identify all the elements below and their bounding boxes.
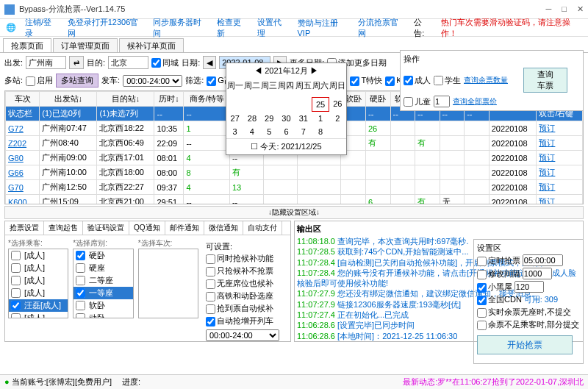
student-check[interactable]: 学生 bbox=[434, 75, 461, 86]
trains-sel-list[interactable] bbox=[138, 249, 198, 318]
list-item[interactable]: 硬座 bbox=[74, 262, 132, 274]
multi-label: 多站: bbox=[4, 75, 23, 86]
toolbar-link[interactable]: 检查更新 bbox=[217, 17, 248, 39]
list-item[interactable]: 硬卧 bbox=[74, 249, 132, 262]
to-input[interactable] bbox=[108, 56, 148, 69]
remain-check[interactable]: 余票不足乘客时,部分提交 bbox=[477, 318, 580, 331]
list-item[interactable]: 二等座 bbox=[74, 274, 132, 287]
tab-waitlist[interactable]: 候补订单页面 bbox=[119, 38, 184, 52]
opt-check[interactable]: 无座席位也候补 bbox=[206, 277, 284, 290]
notice-label: 公告: bbox=[414, 17, 431, 39]
start-button[interactable]: 开始抢票 bbox=[477, 335, 573, 354]
settings-panel: 抢票设置查询起售验证码设置QQ通知邮件通知微信通知自动支付 *选择乘客: [成人… bbox=[4, 221, 291, 342]
subtab[interactable]: 微信通知 bbox=[204, 221, 243, 235]
subtab[interactable]: 邮件通知 bbox=[165, 221, 204, 235]
table-row[interactable]: K600广州15:09北京西21:0029:51----6有无20220108预… bbox=[6, 195, 583, 205]
adult-check[interactable]: 成人 bbox=[404, 75, 431, 86]
swap-button[interactable]: ⇄ bbox=[69, 56, 84, 69]
maximize-button[interactable]: □ bbox=[562, 4, 567, 14]
opt-check[interactable]: 高铁和动卧选座 bbox=[206, 290, 284, 302]
status-news: 最新动态:罗**在11:06:27抢到了2022-01-07,深圳北 bbox=[403, 376, 584, 388]
minimize-button[interactable]: ─ bbox=[546, 4, 552, 14]
opt-time-select[interactable]: 00:00-24:00 bbox=[206, 329, 279, 341]
col-header[interactable]: 车次 bbox=[6, 92, 40, 107]
subtab[interactable]: 抢票设置 bbox=[5, 221, 44, 235]
close-button[interactable]: ✕ bbox=[577, 4, 584, 14]
from-label: 出发: bbox=[4, 57, 23, 68]
notice-text: 热门车次需要滑动验证码，请注意操作！ bbox=[441, 17, 582, 39]
table-row[interactable]: G70广州南12:50北京西22:2709:3741320220108预订 bbox=[6, 180, 583, 195]
opts-header: 可设置: bbox=[206, 241, 284, 252]
list-item[interactable]: [成人] bbox=[9, 287, 68, 299]
list-item[interactable]: 一等座 bbox=[74, 287, 132, 299]
globe-icon: 🌐 bbox=[6, 23, 16, 32]
query-button[interactable]: 查询 车票 bbox=[523, 68, 567, 93]
same-city-check[interactable]: 同城 bbox=[151, 57, 179, 68]
toolbar-link[interactable]: 分流抢票官网 bbox=[358, 17, 405, 39]
toolbar-link[interactable]: 免登录打开12306官网 bbox=[68, 17, 145, 39]
window-title: Bypass-分流抢票--Ver1.14.75 bbox=[19, 4, 546, 15]
col-header[interactable]: 历时↓ bbox=[154, 92, 184, 107]
link-tickets[interactable]: 查询余票数量 bbox=[464, 75, 508, 85]
opt-check[interactable]: 只抢候补不抢票 bbox=[206, 265, 284, 277]
train-type-check[interactable]: T特快 bbox=[350, 75, 382, 86]
toolbar-link[interactable]: 注销/登录 bbox=[25, 17, 59, 39]
link-prices[interactable]: 查询全部票价 bbox=[453, 96, 497, 107]
depart-time-select[interactable]: 00:00-24:00 bbox=[123, 75, 182, 87]
subtab[interactable]: QQ通知 bbox=[129, 221, 165, 235]
opt-check[interactable]: 自动抢增开列车 bbox=[206, 315, 284, 327]
col-header[interactable]: 目的站↓ bbox=[97, 92, 154, 107]
tab-ticket[interactable]: 抢票页面 bbox=[3, 38, 51, 52]
hide-settings-bar[interactable]: ↓隐藏设置区域↓ bbox=[4, 206, 584, 219]
status-account: 当前账号:[张博宏][免费用户] bbox=[12, 377, 112, 386]
seats-list[interactable]: 硬卧硬座二等座一等座软卧动卧无座商务座特等座 bbox=[73, 249, 133, 318]
from-input[interactable] bbox=[26, 56, 66, 69]
enable-check[interactable]: 启用 bbox=[26, 75, 53, 86]
depart-label: 发车: bbox=[101, 75, 120, 86]
passengers-list[interactable]: [成人][成人][成人][成人]汪磊[成人][成人][成人] bbox=[8, 249, 68, 318]
timed-check[interactable]: 定时抢票 bbox=[477, 254, 580, 267]
child-count[interactable] bbox=[434, 96, 450, 107]
trains-sel-header: *选择车次: bbox=[138, 238, 198, 249]
col-header[interactable]: 硬卧 bbox=[366, 92, 391, 107]
cdn-check[interactable]: 全国CDN 可用: 309 bbox=[477, 293, 580, 306]
sub-tabs: 抢票设置查询起售验证码设置QQ通知邮件通知微信通知自动支付 bbox=[5, 221, 290, 235]
realtime-check[interactable]: 实时余票无座时,不提交 bbox=[477, 306, 580, 318]
blackroom-check[interactable]: 小黑屋 bbox=[477, 280, 580, 293]
filter-label: 筛选: bbox=[185, 75, 204, 86]
list-item[interactable]: 软卧 bbox=[74, 299, 132, 312]
tab-orders[interactable]: 订单管理页面 bbox=[53, 38, 118, 52]
date-label: 日期: bbox=[182, 57, 200, 68]
list-item[interactable]: 动卧 bbox=[74, 312, 132, 318]
to-label: 目的: bbox=[87, 57, 105, 68]
toolbar-link[interactable]: 设置代理 bbox=[257, 17, 289, 39]
list-item[interactable]: [成人] bbox=[9, 249, 68, 262]
subtab[interactable]: 自动支付 bbox=[243, 221, 282, 235]
passengers-header: *选择乘客: bbox=[8, 238, 68, 249]
subtab[interactable]: 查询起售 bbox=[44, 221, 83, 235]
table-row[interactable]: G66广州南10:00北京西18:0008:008有20220108预订 bbox=[6, 165, 583, 180]
operations-panel: 操作 成人 学生 查询余票数量 查询 车票 儿童 查询全部票价 bbox=[400, 50, 584, 111]
col-header[interactable]: 出发站↓ bbox=[40, 92, 97, 107]
toolbar: 🌐 注销/登录 免登录打开12306官网 同步服务器时间 检查更新 设置代理 赞… bbox=[0, 19, 588, 37]
date-prev[interactable]: ◀ bbox=[203, 56, 216, 69]
date-picker[interactable]: ◀ 2021年12月 ▶ 周一周二周三周四周五周六周日 252627282930… bbox=[226, 63, 347, 155]
subtab[interactable]: 验证码设置 bbox=[83, 221, 129, 235]
interval-check[interactable]: 修改间隔 bbox=[477, 267, 580, 280]
seats-header: *选择席别: bbox=[73, 238, 133, 249]
child-check[interactable]: 儿童 bbox=[404, 96, 431, 107]
col-header[interactable]: 商务/特等 bbox=[184, 92, 230, 107]
list-item[interactable]: [成人] bbox=[9, 312, 68, 318]
list-item[interactable]: [成人] bbox=[9, 274, 68, 287]
settings-box: 设置区 定时抢票 修改间隔 小黑屋 全国CDN 可用: 309 实时余票无座时,… bbox=[473, 239, 584, 364]
app-icon bbox=[4, 4, 15, 15]
toolbar-link[interactable]: 赞助与注册VIP bbox=[298, 18, 350, 38]
opt-check[interactable]: 抢到票自动候补 bbox=[206, 302, 284, 315]
ops-title: 操作 bbox=[404, 54, 580, 65]
toolbar-link[interactable]: 同步服务器时间 bbox=[153, 17, 208, 39]
multi-query-button[interactable]: 多站查询 bbox=[56, 74, 98, 88]
list-item[interactable]: [成人] bbox=[9, 262, 68, 274]
opt-check[interactable]: 同时抢候补功能 bbox=[206, 252, 284, 265]
list-item[interactable]: 汪磊[成人] bbox=[9, 299, 68, 312]
status-bar: ● 当前账号:[张博宏][免费用户] 进度: 最新动态:罗**在11:06:27… bbox=[0, 374, 588, 389]
